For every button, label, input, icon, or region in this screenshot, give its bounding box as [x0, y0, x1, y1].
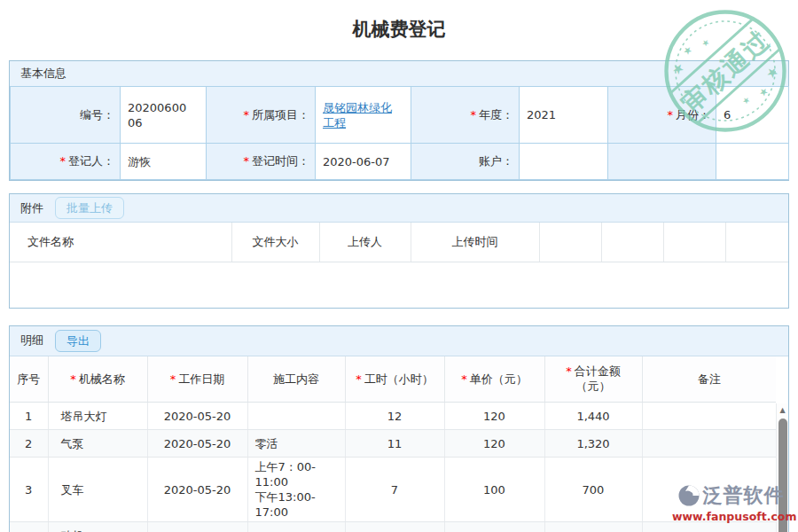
- field-label: 编号：: [11, 87, 121, 144]
- field-label: *月份：: [608, 87, 716, 144]
- scroll-up-arrow-icon[interactable]: ▲: [777, 403, 788, 417]
- attachments-section: 附件 批量上传 文件名称文件大小上传人上传时间: [9, 193, 789, 309]
- field-label: *登记人：: [11, 144, 121, 180]
- project-link[interactable]: 晟铭园林绿化工程: [323, 101, 392, 129]
- details-cell: 塔吊大灯: [48, 403, 147, 430]
- details-header-cell: 备注: [642, 356, 776, 403]
- field-value: 6: [716, 87, 789, 144]
- details-cell: 砖机: [48, 522, 147, 532]
- details-table: 序号*机械名称*工作日期施工内容*工时（小时）*单价（元）*合计金额 （元）备注…: [10, 356, 776, 532]
- field-value: [520, 144, 608, 180]
- details-header-cell: 序号: [10, 356, 48, 403]
- details-cell: [642, 522, 776, 532]
- attachments-header-cell: 文件名称: [10, 223, 231, 262]
- required-asterisk: *: [356, 372, 362, 386]
- details-cell: 2: [10, 430, 48, 458]
- details-cell: [642, 430, 776, 458]
- required-asterisk: *: [60, 154, 66, 168]
- basic-info-title: 基本信息: [20, 66, 66, 82]
- attachments-header-cell: [725, 223, 788, 262]
- required-asterisk: *: [70, 372, 76, 386]
- field-value: 游恢: [121, 144, 207, 180]
- details-cell: 零活: [247, 430, 345, 458]
- attachments-header-cell: [663, 223, 725, 262]
- details-header-cell: *工作日期: [147, 356, 247, 403]
- required-asterisk: *: [471, 108, 477, 121]
- attachments-title: 附件: [20, 200, 43, 216]
- details-cell: [642, 403, 776, 430]
- details-cell: 11: [345, 430, 444, 458]
- details-header-cell: *工时（小时）: [345, 356, 444, 403]
- details-cell: 12: [345, 403, 444, 430]
- required-asterisk: *: [244, 108, 250, 121]
- export-button[interactable]: 导出: [55, 330, 101, 352]
- details-cell: 150: [444, 522, 544, 532]
- details-title: 明细: [20, 332, 43, 348]
- field-value: 2021: [520, 87, 608, 144]
- basic-info-row: 编号：2020060006*所属项目：晟铭园林绿化工程*年度：2021*月份：6: [11, 87, 789, 144]
- details-cell: 2020-05-20: [147, 430, 247, 458]
- required-asterisk: *: [461, 372, 467, 386]
- attachments-header-bar: 附件 批量上传: [10, 194, 788, 223]
- details-header-cell: *机械名称: [48, 356, 147, 403]
- required-asterisk: *: [244, 154, 250, 168]
- basic-info-header-bar: 基本信息: [10, 61, 788, 86]
- attachments-table: 文件名称文件大小上传人上传时间: [10, 223, 788, 262]
- field-value: [716, 144, 789, 180]
- details-header-row: 序号*机械名称*工作日期施工内容*工时（小时）*单价（元）*合计金额 （元）备注: [10, 356, 776, 403]
- attachments-header-cell: [601, 223, 663, 262]
- field-label: *所属项目：: [207, 87, 316, 144]
- details-cell: 120: [444, 403, 544, 430]
- details-cell: 5: [345, 522, 444, 532]
- details-cell: 上午7：00-11:00 下午13:00-17:00: [247, 458, 345, 522]
- details-cell: 1,440: [544, 403, 642, 430]
- page-title: 机械费登记: [0, 16, 798, 43]
- details-header-cell: *单价（元）: [444, 356, 544, 403]
- field-label: *年度：: [411, 87, 520, 144]
- details-cell: 700: [544, 458, 642, 522]
- field-value: 2020060006: [121, 87, 207, 144]
- details-cell: 2020-05-20: [147, 458, 247, 522]
- details-header-cell: *合计金额 （元）: [544, 356, 642, 403]
- attachments-header-cell: 上传人: [319, 223, 411, 262]
- field-label: 账户：: [411, 144, 520, 180]
- attachments-header-row: 文件名称文件大小上传人上传时间: [10, 223, 788, 262]
- field-label: *登记时间：: [207, 144, 316, 180]
- details-table-row: 4砖机2020-05-205150750: [10, 522, 776, 532]
- details-cell: 2020-05-20: [147, 403, 247, 430]
- field-value: 晟铭园林绿化工程: [316, 87, 411, 144]
- attachments-header-cell: 上传时间: [411, 223, 539, 262]
- stamp-star-icon: ★: [680, 43, 695, 58]
- batch-upload-button[interactable]: 批量上传: [55, 197, 124, 219]
- vendor-name: 泛普软件: [703, 482, 785, 509]
- details-cell: 叉车: [48, 458, 147, 522]
- required-asterisk: *: [668, 108, 674, 121]
- field-value: 2020-06-07: [316, 144, 411, 180]
- details-cell: 1,320: [544, 430, 642, 458]
- details-cell: 7: [345, 458, 444, 522]
- vendor-watermark: 泛普软件 www.fanpusoft.com: [672, 482, 789, 523]
- details-header-bar: 明细 导出: [10, 326, 788, 356]
- details-cell: 2020-05-20: [147, 522, 247, 532]
- details-cell: 1: [10, 403, 48, 430]
- details-header-cell: 施工内容: [247, 356, 345, 403]
- details-cell: 气泵: [48, 430, 147, 458]
- details-table-row: 2气泵2020-05-20零活111201,320: [10, 430, 776, 458]
- machinery-fee-registration-page: 机械费登记 审核通过 ★ ★ ★ ★ ★ ★ 基本信息: [0, 0, 798, 532]
- field-label: [608, 144, 716, 180]
- attachments-header-cell: 文件大小: [231, 223, 319, 262]
- basic-info-row: *登记人：游恢*登记时间：2020-06-07账户：: [11, 144, 789, 180]
- fanpusoft-logo-icon: [677, 484, 700, 507]
- details-table-row: 3叉车2020-05-20上午7：00-11:00 下午13:00-17:007…: [10, 458, 776, 522]
- details-table-row: 1塔吊大灯2020-05-20121201,440: [10, 403, 776, 430]
- details-cell: 100: [444, 458, 544, 522]
- details-cell: 4: [10, 522, 48, 532]
- basic-info-section: 基本信息 编号：2020060006*所属项目：晟铭园林绿化工程*年度：2021…: [9, 60, 789, 181]
- required-asterisk: *: [566, 364, 572, 378]
- details-cell: 3: [10, 458, 48, 522]
- details-cell: 750: [544, 522, 642, 532]
- details-cell: 120: [444, 430, 544, 458]
- details-cell: [247, 522, 345, 532]
- attachments-empty-area: [10, 262, 788, 308]
- details-cell: [247, 403, 345, 430]
